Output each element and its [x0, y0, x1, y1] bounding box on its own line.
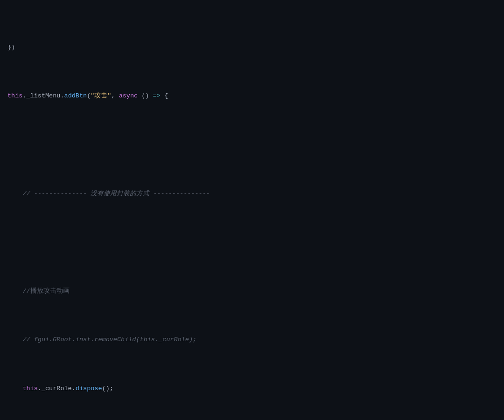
code-line-8: this._curRole.dispose(); [0, 384, 504, 394]
code-line-2: this._listMenu.addBtn("攻击", async () => … [0, 91, 504, 101]
code-line-1: }) [0, 43, 504, 53]
code-line-3 [0, 140, 504, 150]
code-line-6: //播放攻击动画 [0, 287, 504, 296]
code-line-7: // fgui.GRoot.inst.removeChild(this._cur… [0, 335, 504, 345]
code-line-5 [0, 238, 504, 248]
code-editor: }) this._listMenu.addBtn("攻击", async () … [0, 0, 504, 420]
code-line-4: // -------------- 没有使用封装的方式 ------------… [0, 189, 504, 199]
